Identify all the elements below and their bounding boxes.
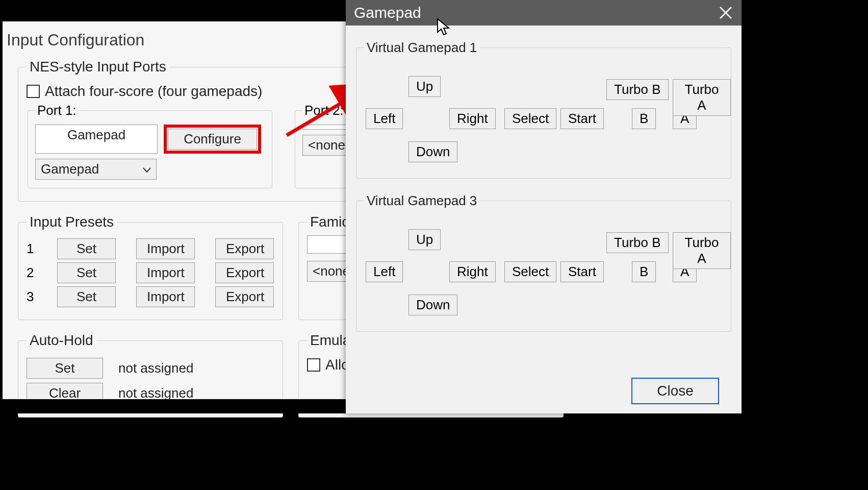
dialog-close-button[interactable]: Close	[631, 378, 719, 404]
vg3-legend: Virtual Gamepad 3	[364, 193, 480, 209]
preset1-set-button[interactable]: Set	[57, 238, 116, 259]
vg3-b-button[interactable]: B	[632, 261, 656, 282]
preset3-export-button[interactable]: Export	[215, 286, 274, 307]
vg3-turbo-b-button[interactable]: Turbo B	[606, 232, 669, 253]
vg3-left-button[interactable]: Left	[366, 261, 403, 282]
preset-num: 1	[27, 241, 37, 257]
vg1-left-button[interactable]: Left	[366, 108, 403, 129]
preset1-import-button[interactable]: Import	[136, 238, 195, 259]
preset-num: 2	[27, 265, 37, 281]
vg1-down-button[interactable]: Down	[409, 141, 457, 162]
dialog-titlebar[interactable]: Gamepad	[346, 0, 742, 26]
nes-ports-legend: NES-style Input Ports	[27, 59, 169, 75]
four-score-checkbox[interactable]	[27, 85, 40, 98]
preset2-set-button[interactable]: Set	[57, 262, 116, 283]
vg3-select-button[interactable]: Select	[504, 261, 556, 282]
input-presets-group: Input Presets 1 Set Import Export 2 Set …	[18, 214, 283, 320]
vg3-right-button[interactable]: Right	[449, 261, 496, 282]
allow-checkbox[interactable]	[307, 358, 320, 372]
port1-configure-button[interactable]: Configure	[168, 129, 257, 150]
dialog-title: Gamepad	[354, 4, 421, 21]
port1-group: Port 1: Gamepad Configure Gamepad	[28, 103, 272, 188]
chevron-down-icon	[143, 163, 151, 175]
port1-display: Gamepad	[35, 125, 158, 154]
vg1-turbo-b-button[interactable]: Turbo B	[606, 79, 669, 100]
close-icon[interactable]	[718, 5, 733, 20]
virtual-gamepad-1: Virtual Gamepad 1 Up Left Right Down Sel…	[356, 40, 731, 179]
preset2-import-button[interactable]: Import	[136, 262, 195, 283]
preset2-export-button[interactable]: Export	[215, 262, 274, 283]
virtual-gamepad-3: Virtual Gamepad 3 Up Left Right Down Sel…	[356, 193, 731, 332]
vg1-right-button[interactable]: Right	[449, 108, 496, 129]
vg3-up-button[interactable]: Up	[409, 229, 441, 250]
vg1-start-button[interactable]: Start	[560, 108, 604, 129]
port1-select-value: Gamepad	[41, 161, 99, 177]
port1-legend: Port 1:	[35, 103, 79, 118]
vg1-legend: Virtual Gamepad 1	[364, 40, 480, 56]
autohold-legend: Auto-Hold	[27, 332, 96, 349]
input-presets-legend: Input Presets	[27, 214, 117, 230]
autohold-set-button[interactable]: Set	[27, 358, 103, 379]
vg3-turbo-a-button[interactable]: Turbo A	[673, 232, 731, 269]
vg3-down-button[interactable]: Down	[409, 295, 457, 315]
preset3-import-button[interactable]: Import	[136, 286, 195, 307]
vg3-start-button[interactable]: Start	[560, 261, 604, 282]
vg1-up-button[interactable]: Up	[409, 76, 441, 97]
vg1-b-button[interactable]: B	[632, 108, 656, 129]
vg1-turbo-a-button[interactable]: Turbo A	[673, 79, 731, 116]
vg1-select-button[interactable]: Select	[504, 108, 556, 129]
gamepad-dialog: Gamepad Virtual Gamepad 1 Up Left Right …	[346, 0, 742, 413]
preset3-set-button[interactable]: Set	[57, 286, 116, 307]
preset1-export-button[interactable]: Export	[215, 238, 274, 259]
autohold-set-status: not assigned	[118, 360, 193, 376]
four-score-label: Attach four-score (four gamepads)	[45, 83, 262, 100]
preset-num: 3	[27, 289, 37, 305]
port1-select[interactable]: Gamepad	[35, 159, 157, 180]
configure-highlight: Configure	[164, 125, 261, 154]
port2-legend: Port 2:	[302, 103, 346, 118]
